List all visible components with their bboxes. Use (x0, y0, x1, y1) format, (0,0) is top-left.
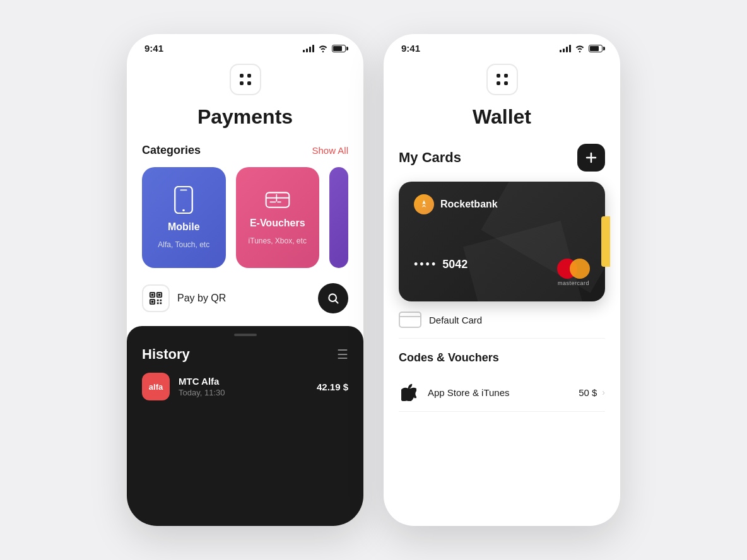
bank-name: Rocketbank (440, 199, 498, 210)
categories-label: Categories (142, 144, 201, 157)
signal-icon (303, 45, 314, 52)
default-card-icon (399, 312, 421, 328)
rocket-icon (419, 199, 429, 209)
history-menu-icon[interactable]: ☰ (337, 347, 348, 362)
svg-rect-17 (160, 302, 162, 304)
transaction-amount: 42.19 $ (317, 382, 348, 392)
mobile-icon (172, 186, 195, 214)
svg-rect-3 (266, 192, 289, 207)
wallet-phone: 9:41 Wallet My Cards (384, 34, 620, 526)
codes-section-title: Codes & Vouchers (399, 351, 605, 365)
voucher-item-appstore[interactable]: App Store & iTunes 50 $ › (399, 373, 605, 412)
mastercard-logo (557, 259, 590, 279)
mastercard-orange-circle (570, 259, 590, 279)
mobile-category-subtitle: Alfa, Touch, etc (158, 240, 209, 249)
search-button[interactable] (318, 283, 348, 313)
categories-header: Categories Show All (127, 144, 363, 167)
payments-page-title: Payments (127, 105, 363, 144)
svg-point-2 (182, 209, 185, 212)
merchant-logo-text: alfa (149, 382, 163, 392)
evouchers-category-name: E-Vouchers (250, 218, 305, 229)
svg-rect-14 (157, 300, 159, 301)
scroll-indicator (234, 334, 257, 336)
history-info: MTC Alfa Today, 11:30 (179, 376, 308, 397)
apple-icon (401, 383, 416, 401)
menu-button[interactable] (230, 64, 261, 95)
payments-content: Categories Show All Mobile Alfa, Touch, … (127, 144, 363, 526)
wallet-menu-btn-container (384, 59, 620, 105)
show-all-link[interactable]: Show All (312, 145, 348, 156)
wallet-content: My Cards (384, 144, 620, 526)
wallet-time: 9:41 (401, 43, 420, 54)
wallet-battery-icon (589, 45, 603, 52)
mastercard-label: mastercard (558, 280, 589, 286)
payments-time: 9:41 (144, 43, 163, 54)
category-evouchers[interactable]: E-Vouchers iTunes, Xbox, etc (236, 167, 320, 268)
transaction-date: Today, 11:30 (179, 388, 308, 397)
wallet-menu-dot-3 (497, 81, 500, 85)
pay-by-qr-button[interactable]: Pay by QR (142, 284, 226, 312)
wallet-page-title: Wallet (384, 105, 620, 144)
card-number-dots: •••• (414, 258, 437, 271)
svg-rect-15 (160, 300, 162, 301)
svg-rect-11 (158, 294, 161, 296)
categories-row: Mobile Alfa, Touch, etc E-Vouchers iTune… (127, 167, 363, 268)
menu-dot-1 (240, 74, 244, 78)
wallet-menu-dot-1 (497, 74, 500, 78)
category-mobile[interactable]: Mobile Alfa, Touch, etc (142, 167, 226, 268)
mobile-category-name: Mobile (168, 221, 200, 233)
codes-vouchers-section: Codes & Vouchers App Store & iTunes 50 $… (399, 351, 605, 412)
svg-rect-16 (157, 302, 159, 304)
my-cards-header: My Cards (399, 144, 605, 172)
chevron-right-icon: › (602, 387, 605, 397)
svg-rect-9 (151, 294, 154, 296)
rocketbank-logo (414, 194, 434, 214)
voucher-name-appstore: App Store & iTunes (428, 387, 579, 398)
card-brand: mastercard (557, 259, 590, 286)
svg-line-19 (336, 301, 338, 303)
svg-rect-22 (399, 312, 421, 327)
add-icon (585, 152, 597, 163)
menu-dot-3 (240, 81, 244, 85)
history-title: History (142, 346, 190, 363)
add-card-button[interactable] (577, 144, 605, 172)
search-icon (327, 292, 339, 305)
merchant-logo-alfa: alfa (142, 373, 170, 400)
category-third[interactable] (329, 167, 348, 268)
default-card-label: Default Card (429, 315, 482, 325)
menu-dot-2 (247, 74, 251, 78)
merchant-name: MTC Alfa (179, 376, 308, 387)
evouchers-category-subtitle: iTunes, Xbox, etc (249, 236, 307, 245)
wallet-status-bar: 9:41 (384, 34, 620, 59)
svg-rect-13 (151, 301, 154, 303)
menu-dot-4 (247, 81, 251, 85)
card-number-last: 5042 (442, 258, 468, 271)
qr-icon (142, 284, 170, 312)
my-cards-label: My Cards (399, 149, 461, 166)
wallet-menu-button[interactable] (486, 64, 518, 95)
payments-status-icons (303, 45, 346, 52)
action-row: Pay by QR (127, 268, 363, 313)
wallet-signal-icon (560, 45, 571, 52)
card-number-row: •••• 5042 (414, 258, 468, 271)
history-header: History ☰ (142, 346, 348, 363)
battery-icon (332, 45, 346, 52)
history-item: alfa MTC Alfa Today, 11:30 42.19 $ (142, 373, 348, 400)
voucher-amount-appstore: 50 $ (579, 387, 597, 398)
apple-logo (399, 382, 419, 402)
qr-symbol-icon (149, 291, 163, 305)
payments-phone: 9:41 Payments Categories Show All (127, 34, 363, 526)
menu-btn-container (127, 59, 363, 105)
pay-by-qr-label: Pay by QR (177, 293, 226, 304)
wallet-menu-dot-4 (504, 81, 508, 85)
wallet-status-icons (560, 45, 603, 52)
card-tab-yellow[interactable] (601, 216, 610, 267)
wallet-wifi-icon (575, 45, 585, 52)
rocketbank-card[interactable]: Rocketbank •••• 5042 mastercard (399, 182, 605, 301)
card-container: Rocketbank •••• 5042 mastercard (399, 182, 605, 301)
wifi-icon (318, 45, 328, 52)
wallet-menu-dot-2 (504, 74, 508, 78)
payments-status-bar: 9:41 (127, 34, 363, 59)
default-card-row[interactable]: Default Card (399, 301, 605, 339)
history-panel: History ☰ alfa MTC Alfa Today, 11:30 42.… (127, 326, 363, 526)
